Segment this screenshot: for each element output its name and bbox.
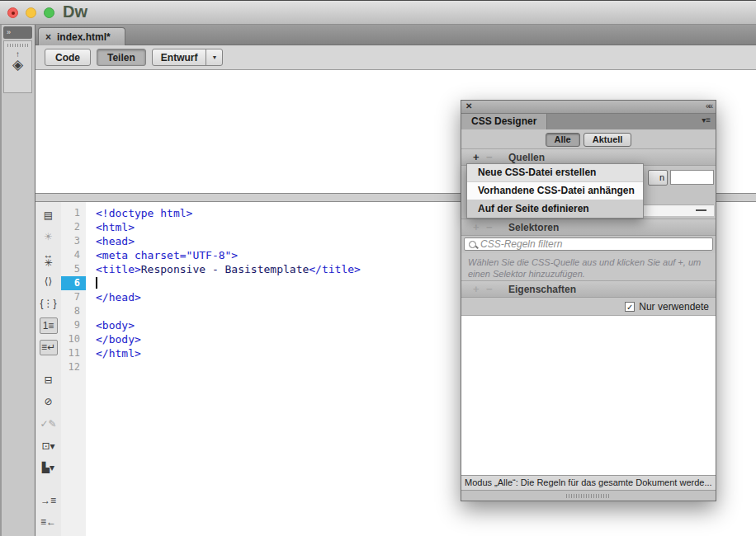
line-number: 12 — [61, 360, 86, 374]
code-snippet-icon[interactable]: ⊡▾ — [40, 438, 58, 454]
close-window-button[interactable] — [7, 7, 18, 18]
minimize-window-button[interactable] — [26, 7, 36, 18]
show-set-label: Nur verwendete — [639, 301, 709, 313]
mode-button-row: Alle Aktuell — [461, 129, 716, 148]
panel-collapse-icon[interactable]: «« — [706, 101, 711, 110]
panel-title-strip[interactable]: ✕ «« — [461, 101, 716, 114]
recent-snippets-icon[interactable]: ▙▾ — [40, 460, 58, 477]
properties-list-area — [461, 316, 716, 475]
properties-section-header: + − Eigenschaften — [461, 280, 716, 298]
line-number: 7 — [61, 290, 86, 304]
mode-all-button[interactable]: Alle — [546, 133, 580, 147]
line-number: 11 — [61, 346, 86, 360]
panel-tab-row: CSS Designer ▾≡ — [461, 114, 716, 129]
css-designer-panel: ✕ «« CSS Designer ▾≡ Alle Aktuell + − Qu… — [461, 100, 716, 501]
chevron-down-icon[interactable]: ▼ — [206, 49, 222, 65]
app-window: Dw » ↑ ◈ × index.html* Code Teilen Entwu… — [0, 0, 756, 536]
tab-close-icon[interactable]: × — [45, 32, 51, 42]
css-designer-tab[interactable]: CSS Designer — [461, 114, 547, 129]
line-number: 1 — [61, 206, 86, 220]
design-view-label: Entwurf — [153, 52, 206, 63]
line-number-gutter: 123456789101112 — [61, 202, 86, 536]
line-number: 8 — [61, 304, 86, 318]
menu-item-create-css-file[interactable]: Neue CSS-Datei erstellen — [467, 164, 643, 181]
line-number: 4 — [61, 248, 86, 262]
remove-selector-button: − — [486, 221, 493, 233]
zoom-window-button[interactable] — [44, 7, 54, 18]
invisible-elements-icon[interactable]: ↔ ✳ — [40, 251, 58, 267]
panel-menu-icon[interactable]: ▾≡ — [702, 115, 711, 125]
design-view-button[interactable]: Entwurf ▼ — [152, 49, 224, 66]
search-icon — [469, 241, 476, 248]
remove-comment-icon[interactable]: ⊘ — [40, 394, 58, 411]
selectors-section-title: Selektoren — [508, 222, 559, 233]
word-wrap-icon[interactable]: ≡↵ — [40, 340, 58, 356]
tab-label: index.html* — [57, 31, 111, 43]
add-property-button: + — [473, 283, 480, 295]
view-mode-toolbar: Code Teilen Entwurf ▼ — [35, 45, 756, 70]
document-tab[interactable]: × index.html* — [38, 27, 125, 45]
menu-item-attach-css-file[interactable]: Vorhandene CSS-Datei anhängen — [467, 181, 643, 200]
line-number: 3 — [61, 234, 86, 248]
select-code-icon[interactable]: ⟨⟩ — [40, 273, 58, 289]
show-set-row: ✓ Nur verwendete — [461, 298, 716, 316]
grip-dots — [566, 494, 611, 498]
filter-placeholder: CSS-Regeln filtern — [480, 238, 562, 250]
indent-icon[interactable]: →≡ — [40, 492, 58, 509]
live-view-highlight-icon: ☀ — [40, 229, 58, 246]
left-panel-dock: » ↑ ◈ — [0, 25, 35, 536]
text-caret — [96, 277, 97, 289]
add-source-button[interactable]: + — [473, 151, 480, 163]
show-set-checkbox[interactable]: ✓ — [625, 302, 635, 312]
menu-item-define-in-page[interactable]: Auf der Seite definieren — [467, 200, 643, 218]
code-hints-icon[interactable]: {⋮} — [40, 295, 58, 312]
panel-grip — [7, 44, 28, 47]
selector-hint-text: Wählen Sie die CSS-Quelle aus und klicke… — [461, 253, 716, 280]
obscured-text-field[interactable] — [670, 170, 714, 185]
extract-panel-button[interactable]: ↑ ◈ — [3, 40, 32, 93]
document-tab-bar: × index.html* — [35, 25, 756, 45]
panel-resize-handle[interactable] — [461, 491, 716, 501]
coding-toolbar: ▤☀↔ ✳⟨⟩{⋮}1≡≡↵⊟⊘✓✎⊡▾▙▾→≡≡← — [35, 202, 61, 536]
line-number: 9 — [61, 318, 86, 332]
add-selector-button: + — [473, 221, 480, 233]
sources-section-title: Quellen — [508, 152, 545, 163]
dreamweaver-logo: Dw — [63, 2, 87, 21]
mode-current-button[interactable]: Aktuell — [584, 133, 632, 147]
line-numbers-icon[interactable]: 1≡ — [40, 317, 58, 334]
split-view-button[interactable]: Teilen — [97, 49, 146, 66]
line-number: 2 — [61, 220, 86, 234]
line-number: 6 — [61, 276, 86, 290]
title-bar: Dw — [0, 0, 756, 25]
remove-property-button: − — [486, 283, 493, 295]
obscured-button[interactable]: n — [648, 170, 668, 186]
line-number: 10 — [61, 332, 86, 346]
file-management-icon[interactable]: ▤ — [40, 207, 58, 223]
outdent-icon[interactable]: ≡← — [40, 514, 58, 530]
extract-icon: ↑ ◈ — [4, 50, 31, 72]
apply-comment-icon[interactable]: ⊟ — [40, 372, 58, 388]
properties-section-title: Eigenschaften — [508, 284, 576, 295]
expand-panels-button[interactable]: » — [3, 26, 32, 39]
remove-source-button: − — [486, 151, 493, 163]
selectors-section-header: + − Selektoren — [461, 219, 716, 236]
collapse-dash-icon — [696, 209, 706, 211]
panel-close-icon[interactable]: ✕ — [465, 101, 472, 110]
selector-filter-input[interactable]: CSS-Regeln filtern — [464, 237, 713, 251]
selector-filter-row: CSS-Regeln filtern — [461, 236, 716, 253]
code-view-button[interactable]: Code — [45, 49, 91, 66]
add-source-menu: Neue CSS-Datei erstellen Vorhandene CSS-… — [466, 163, 644, 219]
syntax-check-icon: ✓✎ — [40, 416, 58, 432]
line-number: 5 — [61, 262, 86, 276]
panel-status-text: Modus „Alle“: Die Regeln für das gesamte… — [461, 475, 716, 491]
